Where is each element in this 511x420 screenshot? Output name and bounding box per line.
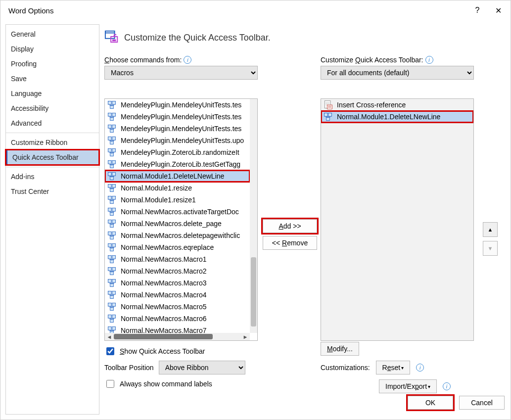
sidebar-item-proofing[interactable]: Proofing bbox=[6, 56, 99, 71]
list-item[interactable]: Insert Cross-reference bbox=[321, 99, 473, 111]
ok-button[interactable]: OK bbox=[408, 396, 453, 410]
macro-icon bbox=[107, 302, 117, 312]
list-item[interactable]: Normal.NewMacros.Macro5 bbox=[105, 301, 250, 313]
sidebar-item-customize-ribbon[interactable]: Customize Ribbon bbox=[6, 135, 99, 150]
svg-rect-60 bbox=[108, 327, 112, 330]
list-item[interactable]: Normal.NewMacros.Macro6 bbox=[105, 313, 250, 325]
crossref-icon bbox=[323, 100, 333, 110]
svg-rect-7 bbox=[112, 113, 116, 117]
sidebar-item-display[interactable]: Display bbox=[6, 42, 99, 56]
vertical-scrollbar[interactable] bbox=[250, 99, 257, 333]
list-item-label: MendeleyPlugin.MendeleyUnitTests.tes bbox=[121, 125, 241, 133]
svg-rect-57 bbox=[108, 315, 112, 319]
list-item-label: Normal.NewMacros.Macro2 bbox=[121, 267, 206, 275]
list-item[interactable]: MendeleyPlugin.ZoteroLib.randomizeIt bbox=[105, 146, 250, 158]
svg-rect-65 bbox=[325, 113, 328, 117]
list-item[interactable]: Normal.NewMacros.Macro4 bbox=[105, 289, 250, 301]
list-item-label: Normal.Module1.DeleteLNewLine bbox=[121, 172, 224, 180]
cancel-button[interactable]: Cancel bbox=[459, 396, 505, 410]
help-icon[interactable]: ? bbox=[473, 6, 482, 15]
list-item[interactable]: MendeleyPlugin.ZoteroLib.testGetTagg bbox=[105, 158, 250, 170]
reset-button[interactable]: Reset ▾ bbox=[376, 361, 411, 374]
svg-rect-19 bbox=[112, 161, 116, 164]
list-item[interactable]: Normal.Module1.resize bbox=[105, 182, 250, 194]
list-item-label: MendeleyPlugin.MendeleyUnitTests.tes bbox=[121, 101, 241, 109]
scroll-left-arrow[interactable]: ◄ bbox=[105, 333, 114, 340]
list-item[interactable]: Normal.NewMacros.delete_page bbox=[105, 218, 250, 230]
move-up-button[interactable]: ▲ bbox=[483, 222, 498, 237]
list-item[interactable]: Normal.NewMacros.Macro3 bbox=[105, 277, 250, 289]
info-icon[interactable]: i bbox=[425, 56, 433, 64]
list-item-label: Normal.NewMacros.deletepagewithclic bbox=[121, 232, 240, 239]
sidebar-item-language[interactable]: Language bbox=[6, 86, 99, 101]
list-item[interactable]: Normal.Module1.DeleteLNewLine bbox=[321, 111, 473, 123]
close-icon[interactable]: ✕ bbox=[494, 6, 503, 15]
sidebar-item-advanced[interactable]: Advanced bbox=[6, 116, 99, 131]
svg-rect-15 bbox=[108, 149, 112, 152]
info-icon[interactable]: i bbox=[416, 364, 424, 372]
list-item[interactable]: MendeleyPlugin.MendeleyUnitTests.upo bbox=[105, 135, 250, 146]
scroll-right-arrow[interactable]: ► bbox=[241, 333, 250, 340]
list-item-label: Normal.Module1.DeleteLNewLine bbox=[337, 113, 440, 121]
info-icon[interactable]: i bbox=[443, 382, 451, 390]
move-down-button[interactable]: ▼ bbox=[483, 241, 498, 256]
svg-rect-54 bbox=[108, 303, 112, 307]
list-item[interactable]: MendeleyPlugin.MendeleyUnitTests.tes bbox=[105, 99, 250, 111]
list-item[interactable]: Normal.NewMacros.Macro2 bbox=[105, 265, 250, 277]
svg-rect-39 bbox=[108, 244, 112, 247]
modify-button[interactable]: Modify... bbox=[321, 342, 359, 356]
always-show-labels-label: Always show command labels bbox=[120, 380, 212, 388]
list-item-label: MendeleyPlugin.MendeleyUnitTests.tes bbox=[121, 113, 241, 121]
macro-icon bbox=[107, 242, 117, 252]
add-button[interactable]: Add >> bbox=[263, 219, 317, 233]
sidebar-item-save[interactable]: Save bbox=[6, 71, 99, 86]
svg-rect-16 bbox=[112, 149, 116, 152]
svg-rect-4 bbox=[112, 101, 116, 105]
list-item[interactable]: Normal.NewMacros.deletepagewithclic bbox=[105, 230, 250, 241]
svg-rect-31 bbox=[112, 208, 116, 212]
show-qat-checkbox[interactable] bbox=[106, 347, 114, 355]
sidebar-item-accessibility[interactable]: Accessibility bbox=[6, 101, 99, 116]
macro-icon bbox=[107, 159, 117, 169]
list-item[interactable]: Normal.Module1.resize1 bbox=[105, 194, 250, 206]
list-item[interactable]: Normal.NewMacros.activateTargetDoc bbox=[105, 206, 250, 218]
sidebar-item-quick-access-toolbar[interactable]: Quick Access Toolbar bbox=[6, 150, 99, 165]
macro-icon bbox=[107, 136, 117, 145]
always-show-labels-checkbox[interactable] bbox=[106, 380, 114, 388]
qat-listbox[interactable]: Insert Cross-referenceNormal.Module1.Del… bbox=[321, 98, 474, 341]
list-item[interactable]: Normal.NewMacros.Macro7 bbox=[105, 325, 250, 333]
sidebar-item-add-ins[interactable]: Add-ins bbox=[6, 169, 99, 184]
macro-icon bbox=[107, 171, 117, 181]
list-item[interactable]: MendeleyPlugin.MendeleyUnitTests.tes bbox=[105, 111, 250, 123]
choose-commands-combo[interactable]: Macros bbox=[104, 66, 258, 80]
list-item-label: Normal.NewMacros.Macro7 bbox=[121, 327, 206, 333]
macro-icon bbox=[107, 219, 117, 229]
svg-rect-51 bbox=[108, 291, 112, 295]
customize-qat-icon bbox=[104, 29, 119, 46]
sidebar-item-trust-center[interactable]: Trust Center bbox=[6, 184, 99, 199]
list-item-label: Insert Cross-reference bbox=[337, 101, 406, 109]
list-item-label: MendeleyPlugin.MendeleyUnitTests.upo bbox=[121, 137, 244, 144]
svg-rect-55 bbox=[112, 303, 116, 307]
sidebar: General Display Proofing Save Language A… bbox=[5, 24, 99, 415]
customize-qat-label: Customize Quick Access Toolbar: bbox=[321, 56, 423, 64]
list-item[interactable]: Normal.NewMacros.eqreplace bbox=[105, 241, 250, 253]
customize-qat-combo[interactable]: For all documents (default) bbox=[321, 66, 474, 80]
svg-rect-6 bbox=[108, 113, 112, 117]
titlebar: Word Options ? ✕ bbox=[0, 0, 511, 20]
svg-rect-42 bbox=[108, 256, 112, 259]
list-item-label: Normal.NewMacros.eqreplace bbox=[121, 243, 214, 251]
list-item[interactable]: Normal.Module1.DeleteLNewLine bbox=[105, 170, 250, 182]
commands-listbox[interactable]: MendeleyPlugin.MendeleyUnitTests.tesMend… bbox=[104, 98, 258, 341]
list-item[interactable]: MendeleyPlugin.MendeleyUnitTests.tes bbox=[105, 123, 250, 135]
horizontal-scrollbar[interactable]: ◄ ► bbox=[105, 333, 250, 340]
macro-icon bbox=[323, 112, 333, 122]
sidebar-item-general[interactable]: General bbox=[6, 27, 99, 42]
list-item[interactable]: Normal.NewMacros.Macro1 bbox=[105, 253, 250, 265]
toolbar-position-combo[interactable]: Above Ribbon bbox=[159, 361, 245, 374]
list-item-label: Normal.Module1.resize1 bbox=[121, 196, 196, 204]
remove-button[interactable]: << Remove bbox=[263, 236, 317, 250]
info-icon[interactable]: i bbox=[184, 56, 191, 64]
svg-rect-66 bbox=[328, 113, 332, 117]
svg-rect-45 bbox=[108, 268, 112, 271]
